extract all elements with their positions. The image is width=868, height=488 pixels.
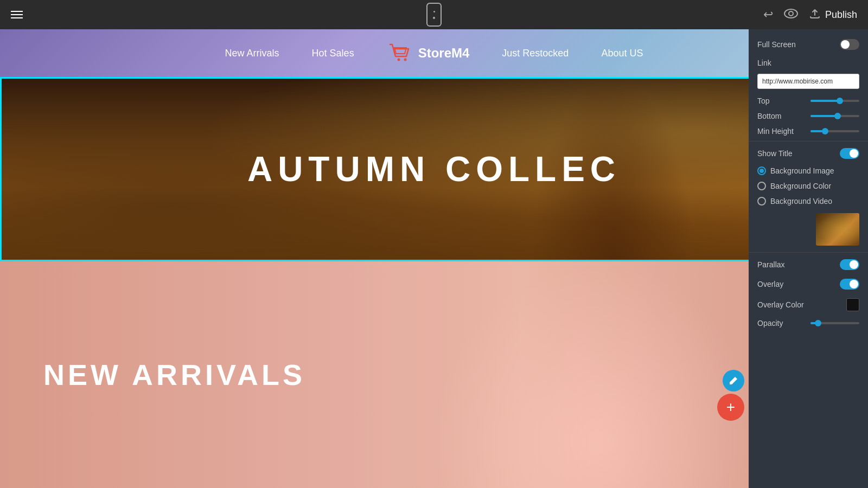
parallax-toggle[interactable] xyxy=(840,259,859,270)
device-preview-toggle[interactable] xyxy=(426,3,442,27)
preview-icon[interactable] xyxy=(784,8,798,22)
bg-image-label: Background Image xyxy=(770,166,834,175)
opacity-slider[interactable] xyxy=(810,322,859,324)
full-screen-toggle[interactable] xyxy=(840,39,859,50)
svg-point-1 xyxy=(789,11,793,16)
bg-video-label: Background Video xyxy=(770,197,832,206)
bg-image-row[interactable]: Background Image xyxy=(749,163,868,178)
bg-video-row[interactable]: Background Video xyxy=(749,194,868,209)
bg-thumbnail-wrap xyxy=(749,209,868,250)
nav-link-about-us[interactable]: About US xyxy=(601,48,643,59)
full-screen-row: Full Screen xyxy=(749,35,868,54)
bg-video-radio[interactable] xyxy=(757,197,766,206)
nav-bar: New Arrivals Hot Sales StoreM4 Just Rest… xyxy=(0,29,868,77)
add-fab-button[interactable]: + xyxy=(717,394,744,421)
bg-image-radio[interactable] xyxy=(757,166,766,175)
bottom-label: Bottom xyxy=(757,112,781,120)
show-title-row: Show Title xyxy=(749,144,868,163)
logo-text: StoreM4 xyxy=(418,46,470,61)
overlay-color-label: Overlay Color xyxy=(757,300,804,309)
opacity-slider-row: Opacity xyxy=(749,316,868,331)
new-arrivals-title: NEW ARRIVALS xyxy=(43,358,305,391)
top-toolbar: ↩ Publish xyxy=(0,0,868,29)
upload-icon xyxy=(809,8,821,22)
hero-section: AUTUMN COLLEC xyxy=(0,77,868,261)
overlay-color-swatch[interactable] xyxy=(846,298,859,311)
right-panel: Full Screen Link Top Bottom Min Height xyxy=(749,29,868,488)
overlay-toggle[interactable] xyxy=(840,279,859,290)
nav-link-hot-sales[interactable]: Hot Sales xyxy=(312,48,354,59)
parallax-label: Parallax xyxy=(757,260,785,269)
hero-title: AUTUMN COLLEC xyxy=(247,149,621,189)
hamburger-menu[interactable] xyxy=(11,9,23,21)
publish-button[interactable]: Publish xyxy=(809,8,857,22)
full-screen-label: Full Screen xyxy=(757,40,796,49)
bg-color-label: Background Color xyxy=(770,182,831,190)
nav-logo: StoreM4 xyxy=(387,40,470,66)
svg-point-2 xyxy=(397,59,400,61)
overlay-label: Overlay xyxy=(757,280,783,288)
overlay-row: Overlay xyxy=(749,274,868,294)
show-title-toggle[interactable] xyxy=(840,148,859,159)
nav-link-new-arrivals[interactable]: New Arrivals xyxy=(225,48,279,59)
min-height-label: Min Height xyxy=(757,127,794,136)
parallax-row: Parallax xyxy=(749,255,868,274)
link-input-wrap xyxy=(749,72,868,93)
opacity-label: Opacity xyxy=(757,319,783,328)
link-input[interactable] xyxy=(757,74,859,89)
link-label-row: Link xyxy=(749,54,868,72)
min-height-slider-row: Min Height xyxy=(749,124,868,139)
top-slider-row: Top xyxy=(749,93,868,108)
show-title-label: Show Title xyxy=(757,149,793,158)
overlay-color-row: Overlay Color xyxy=(749,294,868,316)
bg-color-radio[interactable] xyxy=(757,182,766,190)
undo-icon[interactable]: ↩ xyxy=(763,8,773,22)
top-label: Top xyxy=(757,97,770,105)
link-label: Link xyxy=(757,59,771,67)
top-slider[interactable] xyxy=(810,100,859,102)
min-height-slider[interactable] xyxy=(810,130,859,132)
edit-fab-button[interactable] xyxy=(723,370,744,391)
bottom-slider[interactable] xyxy=(810,115,859,117)
bg-thumbnail[interactable] xyxy=(816,213,859,246)
nav-link-just-restocked[interactable]: Just Restocked xyxy=(502,48,569,59)
svg-point-0 xyxy=(784,9,797,18)
svg-point-3 xyxy=(404,59,406,61)
publish-label: Publish xyxy=(825,9,857,21)
toolbar-right: ↩ Publish xyxy=(763,8,857,22)
bottom-slider-row: Bottom xyxy=(749,108,868,124)
bg-color-row[interactable]: Background Color xyxy=(749,178,868,194)
cart-icon xyxy=(387,40,413,66)
